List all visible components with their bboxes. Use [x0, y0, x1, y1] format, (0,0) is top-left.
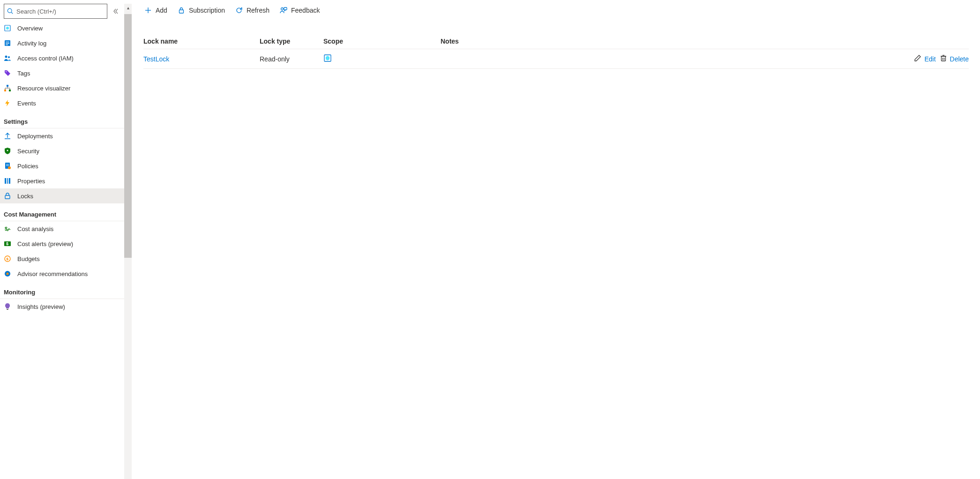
sidebar-item-label: Properties — [17, 178, 120, 185]
sidebar-item-deployments[interactable]: Deployments — [0, 128, 124, 143]
th-actions — [884, 37, 969, 45]
sidebar-item-events[interactable]: Events — [0, 96, 124, 111]
shield-icon — [4, 147, 11, 155]
sidebar-item-resource-visualizer[interactable]: Resource visualizer — [0, 81, 124, 96]
edit-label: Edit — [924, 55, 935, 63]
sidebar-item-tags[interactable]: Tags — [0, 66, 124, 81]
svg-line-1 — [11, 12, 13, 14]
hierarchy-icon — [4, 84, 11, 92]
add-button[interactable]: Add — [143, 4, 168, 17]
sidebar-item-label: Cost analysis — [17, 225, 120, 232]
trash-icon — [940, 54, 947, 63]
sidebar-item-activity-log[interactable]: Activity log — [0, 36, 124, 51]
sidebar-group-settings: Settings — [0, 115, 124, 128]
svg-point-3 — [6, 27, 9, 30]
svg-point-10 — [6, 71, 7, 72]
svg-text:$: $ — [7, 257, 9, 261]
sidebar-item-locks[interactable]: Locks — [0, 188, 124, 203]
th-lock-type: Lock type — [260, 37, 323, 45]
sidebar-item-label: Events — [17, 100, 120, 107]
plus-icon — [144, 7, 152, 14]
edit-button[interactable]: Edit — [914, 54, 935, 63]
refresh-icon — [235, 7, 243, 14]
dollar-alert-icon: $ — [4, 240, 11, 247]
log-icon — [4, 39, 11, 47]
svg-rect-11 — [7, 85, 8, 87]
sidebar-item-security[interactable]: Security — [0, 143, 124, 158]
svg-point-8 — [5, 56, 7, 58]
sidebar-item-policies[interactable]: Policies — [0, 158, 124, 173]
toolbar-label: Feedback — [291, 7, 320, 14]
search-input-wrapper[interactable] — [4, 4, 107, 19]
sidebar-item-cost-analysis[interactable]: $ Cost analysis — [0, 221, 124, 236]
budget-icon: $ — [4, 255, 11, 262]
delete-button[interactable]: Delete — [940, 54, 969, 63]
sidebar-item-properties[interactable]: Properties — [0, 173, 124, 188]
svg-rect-19 — [5, 178, 6, 184]
svg-rect-35 — [284, 7, 287, 10]
subscription-button[interactable]: Subscription — [177, 4, 226, 17]
sidebar-item-label: Cost alerts (preview) — [17, 240, 120, 247]
svg-rect-20 — [7, 178, 8, 184]
search-input[interactable] — [4, 4, 107, 18]
feedback-button[interactable]: Feedback — [279, 4, 321, 17]
svg-point-34 — [281, 8, 284, 10]
feedback-icon — [280, 7, 287, 14]
refresh-button[interactable]: Refresh — [234, 4, 270, 17]
sidebar-item-label: Deployments — [17, 133, 120, 140]
svg-text:$: $ — [5, 226, 7, 232]
resource-group-icon — [323, 56, 332, 64]
sidebar-item-label: Advisor recommendations — [17, 270, 120, 277]
toolbar-label: Subscription — [189, 7, 225, 14]
policy-icon — [4, 162, 11, 170]
svg-point-0 — [7, 8, 12, 13]
sidebar-group-monitoring: Monitoring — [0, 286, 124, 299]
sidebar-item-advisor[interactable]: Advisor recommendations — [0, 266, 124, 281]
lightning-icon — [4, 99, 11, 107]
toolbar: Add Subscription Refresh Feedback — [132, 4, 980, 22]
lock-type-value: Read-only — [260, 55, 290, 63]
table-header-row: Lock name Lock type Scope Notes — [143, 34, 969, 49]
th-notes: Notes — [441, 37, 884, 45]
lock-name-link[interactable]: TestLock — [143, 55, 169, 63]
lock-icon — [4, 192, 11, 200]
svg-point-29 — [7, 273, 9, 275]
sidebar-item-label: Access control (IAM) — [17, 55, 120, 62]
svg-point-14 — [7, 150, 8, 151]
delete-label: Delete — [950, 55, 969, 63]
svg-rect-7 — [6, 45, 8, 45]
sidebar-item-label: Activity log — [17, 40, 120, 47]
tag-icon — [4, 69, 11, 77]
people-icon — [4, 54, 11, 62]
sidebar-item-insights[interactable]: Insights (preview) — [0, 299, 124, 314]
sidebar-item-access-control[interactable]: Access control (IAM) — [0, 51, 124, 66]
svg-rect-16 — [6, 164, 9, 165]
sidebar-item-label: Tags — [17, 70, 120, 77]
sidebar-nav: Overview Activity log Access control (IA… — [0, 21, 124, 479]
svg-rect-17 — [6, 165, 9, 166]
scrollbar-thumb[interactable] — [124, 14, 132, 258]
sidebar-item-budgets[interactable]: $ Budgets — [0, 251, 124, 266]
toolbar-label: Refresh — [247, 7, 269, 14]
th-scope: Scope — [323, 37, 441, 45]
sidebar-item-cost-alerts[interactable]: $ Cost alerts (preview) — [0, 236, 124, 251]
sidebar-item-label: Security — [17, 148, 120, 155]
sidebar-item-label: Locks — [17, 193, 120, 200]
cube-icon — [4, 24, 11, 32]
sidebar-item-overview[interactable]: Overview — [0, 21, 124, 36]
upload-icon — [4, 132, 11, 140]
scroll-up-arrow[interactable]: ▴ — [124, 4, 132, 11]
svg-rect-22 — [5, 195, 10, 199]
bulb-icon — [4, 303, 11, 310]
main-content: Add Subscription Refresh Feedback — [132, 0, 980, 479]
collapse-sidebar-button[interactable] — [111, 7, 120, 16]
svg-rect-33 — [179, 10, 183, 13]
toolbar-label: Add — [156, 7, 167, 14]
svg-rect-6 — [6, 43, 9, 44]
th-lock-name: Lock name — [143, 37, 260, 45]
svg-rect-21 — [9, 178, 10, 184]
locks-table: Lock name Lock type Scope Notes TestLock… — [132, 22, 980, 69]
svg-rect-5 — [6, 42, 9, 42]
sidebar-scrollbar[interactable]: ▴ — [124, 4, 132, 479]
svg-rect-13 — [9, 90, 11, 91]
